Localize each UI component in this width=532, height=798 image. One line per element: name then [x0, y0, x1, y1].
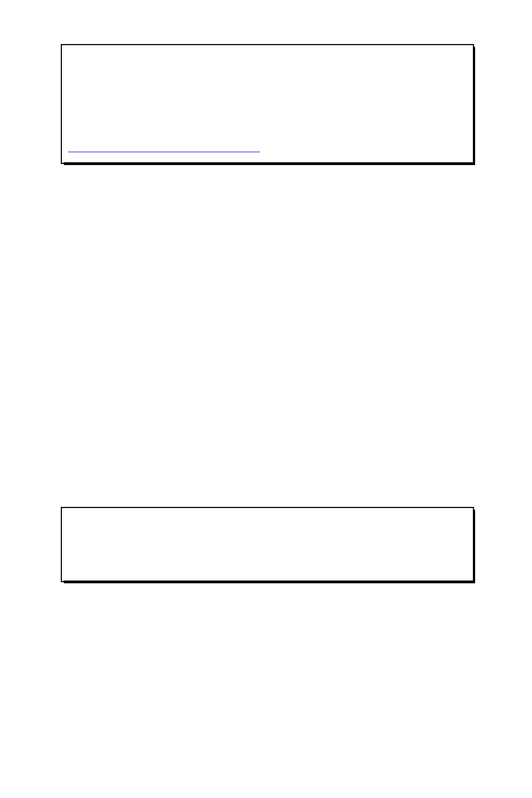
box-shadow-bottom	[64, 162, 475, 165]
hyperlink-underline[interactable]	[68, 152, 260, 152]
content-box-top	[61, 44, 474, 164]
content-box-bottom	[61, 507, 474, 582]
box-shadow-bottom	[64, 581, 475, 583]
box-shadow-right	[473, 510, 475, 583]
box-shadow-right	[473, 47, 475, 165]
